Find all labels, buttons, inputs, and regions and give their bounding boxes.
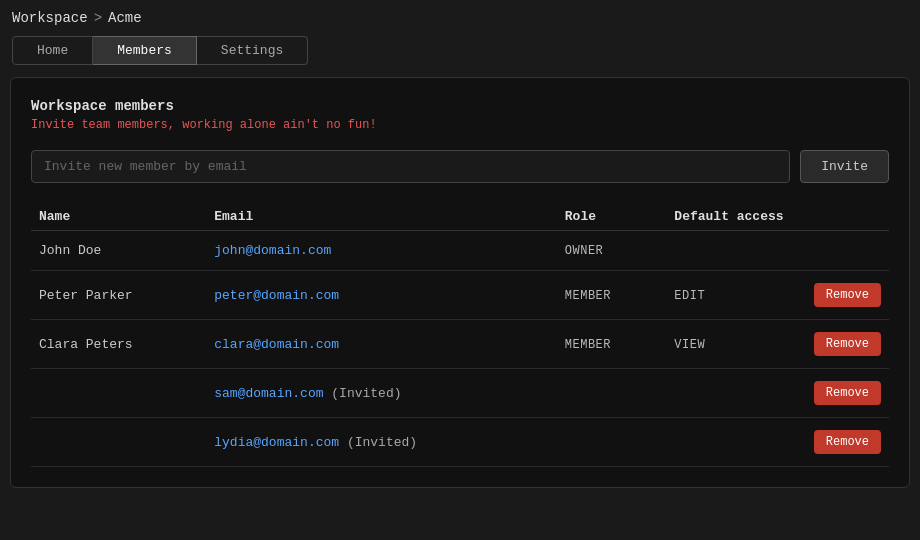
- breadcrumb-workspace[interactable]: Workspace: [12, 10, 88, 26]
- table-row: Peter Parkerpeter@domain.comMEMBEREDITRe…: [31, 271, 889, 320]
- tab-navigation: Home Members Settings: [0, 36, 920, 77]
- col-header-access: Default access: [666, 203, 797, 231]
- breadcrumb-current: Acme: [108, 10, 142, 26]
- breadcrumb: Workspace > Acme: [0, 0, 920, 36]
- col-header-name: Name: [31, 203, 206, 231]
- member-access: EDIT: [666, 271, 797, 320]
- col-header-email: Email: [206, 203, 557, 231]
- member-name: [31, 418, 206, 467]
- table-header-row: Name Email Role Default access: [31, 203, 889, 231]
- member-email: peter@domain.com: [206, 271, 557, 320]
- member-role: [557, 369, 667, 418]
- remove-member-button[interactable]: Remove: [814, 381, 881, 405]
- member-role: MEMBER: [557, 320, 667, 369]
- remove-member-button[interactable]: Remove: [814, 332, 881, 356]
- member-role: [557, 418, 667, 467]
- table-row: John Doejohn@domain.comOWNER: [31, 231, 889, 271]
- section-subtitle: Invite team members, working alone ain't…: [31, 118, 889, 132]
- col-header-action: [798, 203, 889, 231]
- member-role: OWNER: [557, 231, 667, 271]
- invite-email-input[interactable]: [31, 150, 790, 183]
- member-access: [666, 418, 797, 467]
- members-table: Name Email Role Default access John Doej…: [31, 203, 889, 467]
- main-content: Workspace members Invite team members, w…: [10, 77, 910, 488]
- member-access: [666, 369, 797, 418]
- tab-members[interactable]: Members: [93, 36, 197, 65]
- member-action: Remove: [798, 320, 889, 369]
- member-action: [798, 231, 889, 271]
- remove-member-button[interactable]: Remove: [814, 283, 881, 307]
- section-title: Workspace members: [31, 98, 889, 114]
- breadcrumb-separator: >: [94, 10, 102, 26]
- member-email: lydia@domain.com (Invited): [206, 418, 557, 467]
- invite-button[interactable]: Invite: [800, 150, 889, 183]
- member-email: john@domain.com: [206, 231, 557, 271]
- member-role: MEMBER: [557, 271, 667, 320]
- member-name: Clara Peters: [31, 320, 206, 369]
- member-email: clara@domain.com: [206, 320, 557, 369]
- table-row: lydia@domain.com (Invited)Remove: [31, 418, 889, 467]
- table-row: sam@domain.com (Invited)Remove: [31, 369, 889, 418]
- member-action: Remove: [798, 418, 889, 467]
- member-name: John Doe: [31, 231, 206, 271]
- table-row: Clara Petersclara@domain.comMEMBERVIEWRe…: [31, 320, 889, 369]
- tab-home[interactable]: Home: [12, 36, 93, 65]
- member-email: sam@domain.com (Invited): [206, 369, 557, 418]
- invite-row: Invite: [31, 150, 889, 183]
- member-access: [666, 231, 797, 271]
- member-access: VIEW: [666, 320, 797, 369]
- member-name: [31, 369, 206, 418]
- member-action: Remove: [798, 369, 889, 418]
- tab-settings[interactable]: Settings: [197, 36, 308, 65]
- remove-member-button[interactable]: Remove: [814, 430, 881, 454]
- member-name: Peter Parker: [31, 271, 206, 320]
- member-action: Remove: [798, 271, 889, 320]
- col-header-role: Role: [557, 203, 667, 231]
